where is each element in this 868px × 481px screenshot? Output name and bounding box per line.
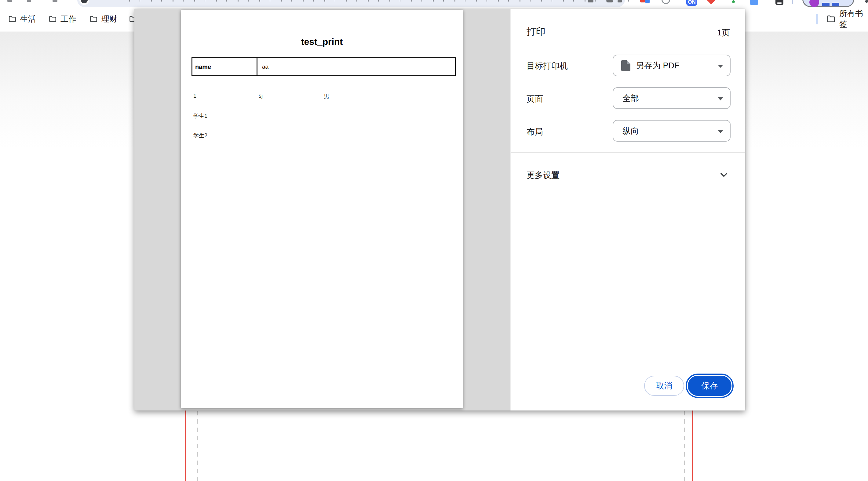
table-header-cell: aa <box>258 58 455 75</box>
section-divider <box>511 152 745 153</box>
print-preview-pane: test_print name aa 1 sj 男 学生1 学生2 <box>134 9 510 411</box>
document-title: test_print <box>181 37 463 47</box>
dialog-title: 打印 <box>527 25 546 38</box>
table-header-cell: name <box>192 58 257 75</box>
toolbar-icon-fragment[interactable] <box>53 0 57 2</box>
menu-icon[interactable] <box>865 0 868 3</box>
url-text-fragment <box>129 0 636 2</box>
bookmark-folder-life[interactable]: 生活 <box>8 14 36 24</box>
profile-label-fragment <box>832 3 839 6</box>
table-cell: 男 <box>324 93 329 100</box>
save-button[interactable]: 保存 <box>688 376 732 396</box>
print-settings-panel: 打印 1页 目标打印机 另存为 PDF 页面 全部 布局 纵向 更多设置 <box>510 9 745 411</box>
folder-icon <box>827 14 836 24</box>
all-bookmarks-button[interactable]: 所有书签 <box>827 14 868 24</box>
layout-label: 布局 <box>527 126 543 137</box>
bookmark-label: 工作 <box>60 14 76 24</box>
caret-down-icon <box>718 130 723 133</box>
preview-page: test_print name aa 1 sj 男 学生1 学生2 <box>181 10 463 408</box>
bookmark-label: 生活 <box>20 14 36 24</box>
document-text-line: 学生2 <box>193 132 207 139</box>
print-dialog: test_print name aa 1 sj 男 学生1 学生2 打印 1页 … <box>134 9 745 411</box>
avatar <box>809 0 819 7</box>
destination-label: 目标打印机 <box>527 60 568 71</box>
profile-chip[interactable] <box>802 0 854 7</box>
cancel-button[interactable]: 取消 <box>644 376 684 396</box>
more-settings-toggle[interactable]: 更多设置 <box>511 161 745 189</box>
all-bookmarks-label: 所有书签 <box>839 8 868 30</box>
layout-value: 纵向 <box>622 125 639 136</box>
folder-icon <box>49 15 57 23</box>
profile-label-fragment <box>822 3 830 6</box>
toolbar-separator <box>792 0 793 4</box>
destination-select[interactable]: 另存为 PDF <box>613 55 731 76</box>
bookmark-label: 理财 <box>101 14 117 24</box>
extension-icon[interactable] <box>707 0 716 4</box>
on-extension-icon[interactable]: ON <box>686 0 697 6</box>
pdf-file-icon <box>621 60 630 71</box>
toolbar-icon-fragment[interactable] <box>27 0 31 2</box>
destination-value: 另存为 PDF <box>636 60 680 71</box>
extension-icon[interactable] <box>775 0 783 5</box>
page-count: 1页 <box>717 27 730 38</box>
chevron-down-icon <box>718 169 729 181</box>
address-bar-icon[interactable] <box>618 0 622 2</box>
extension-icon[interactable] <box>645 0 650 3</box>
extension-icon[interactable] <box>640 0 645 2</box>
caret-down-icon <box>718 97 723 100</box>
reading-list-icon[interactable] <box>588 0 593 2</box>
document-table: name aa <box>191 57 456 76</box>
pages-label: 页面 <box>527 93 543 104</box>
extension-icon[interactable] <box>732 0 735 3</box>
extension-icon[interactable] <box>750 0 758 5</box>
table-cell: 1 <box>193 93 196 99</box>
caret-down-icon <box>718 65 723 68</box>
document-text-line: 学生1 <box>193 112 207 120</box>
pages-value: 全部 <box>622 93 639 104</box>
folder-icon <box>8 15 17 23</box>
folder-icon <box>90 15 98 23</box>
layout-select[interactable]: 纵向 <box>613 120 731 141</box>
toolbar-icon-fragment[interactable] <box>7 0 12 2</box>
extension-icon[interactable] <box>661 0 670 4</box>
bookmark-star-icon[interactable] <box>607 0 613 2</box>
bookmark-folder-finance[interactable]: 理财 <box>90 14 117 24</box>
bookmark-folder-work[interactable]: 工作 <box>49 14 76 24</box>
pages-select[interactable]: 全部 <box>613 87 731 109</box>
site-info-icon[interactable] <box>81 0 88 3</box>
bookmarks-separator <box>816 14 817 24</box>
address-bar[interactable] <box>77 0 625 7</box>
table-cell: sj <box>259 93 263 99</box>
